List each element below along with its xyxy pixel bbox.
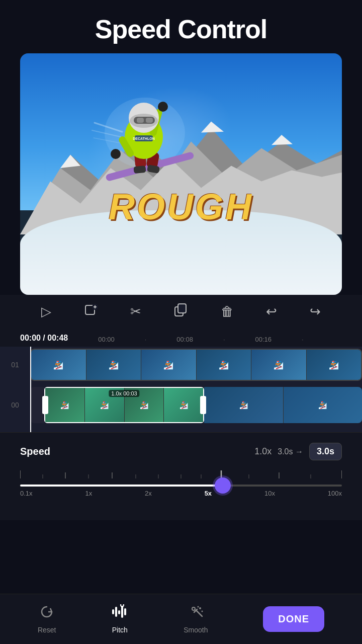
slider-label-01x: 0.1x — [20, 490, 33, 497]
nav-item-reset[interactable]: Reset — [38, 604, 56, 634]
film-frame: 🏂 — [197, 350, 252, 380]
svg-line-55 — [196, 610, 202, 616]
add-clip-button[interactable] — [84, 303, 98, 320]
rough-text: ROUGH — [109, 186, 253, 227]
speed-new: 3.0s — [309, 443, 342, 460]
svg-point-19 — [111, 149, 121, 159]
trim-handle-right[interactable] — [200, 396, 206, 414]
bottom-nav: Reset Pitch — [0, 594, 362, 644]
time-display: 00:00 / 00:48 — [10, 332, 78, 347]
film-frame-selected: 🏂 — [45, 388, 85, 422]
done-button[interactable]: DONE — [263, 606, 324, 632]
svg-rect-51 — [118, 610, 120, 614]
svg-rect-52 — [121, 606, 123, 618]
nav-item-smooth[interactable]: Smooth — [184, 604, 208, 634]
film-frame: 🏂 — [31, 350, 86, 380]
reset-icon — [39, 604, 54, 623]
svg-rect-50 — [115, 607, 117, 617]
svg-point-58 — [199, 607, 201, 609]
smooth-label: Smooth — [184, 626, 208, 634]
slider-label-2x: 2x — [145, 490, 152, 497]
ruler-dot-2: · — [302, 336, 304, 343]
svg-point-60 — [198, 606, 199, 608]
svg-point-59 — [202, 611, 203, 612]
film-frame: 🏂 — [86, 350, 142, 380]
ruler-mark-1: 00:08 — [176, 336, 193, 343]
undo-button[interactable]: ↩ — [266, 304, 277, 319]
smooth-icon — [187, 604, 204, 623]
slider-fill — [20, 485, 223, 487]
svg-rect-53 — [124, 608, 126, 615]
page-title: Speed Control — [0, 14, 362, 44]
speed-slider-track[interactable] — [20, 485, 342, 487]
svg-point-18 — [158, 102, 168, 112]
svg-text:DECATHLON: DECATHLON — [133, 137, 154, 140]
pitch-label: Pitch — [112, 626, 128, 634]
svg-point-57 — [192, 607, 195, 610]
film-frame: 🏂 — [251, 350, 307, 380]
svg-marker-6 — [272, 135, 293, 145]
film-frame-selected: 🏂 — [164, 388, 203, 422]
speed-section: Speed 1.0x 3.0s → 3.0s — [0, 432, 362, 520]
film-frame: 🏂 — [307, 350, 361, 380]
slider-label-1x: 1x — [85, 490, 92, 497]
track-content-01[interactable]: 🏂 🏂 🏂 🏂 — [30, 349, 362, 381]
film-frame: 🏂 — [284, 387, 363, 423]
speed-slider-container: 0.1x 1x 2x 5x 10x 100x — [20, 468, 342, 512]
playhead — [30, 347, 31, 432]
svg-rect-24 — [146, 118, 153, 123]
track-content-00[interactable]: 1.0x 00:03 🏂 🏂 🏂 🏂 — [30, 387, 362, 423]
track-row-00: 00 1.0x 00:03 🏂 🏂 🏂 — [0, 385, 362, 425]
delete-button[interactable]: 🗑 — [221, 304, 234, 319]
play-button[interactable]: ▷ — [41, 304, 51, 319]
slider-label-5x: 5x — [205, 490, 212, 497]
ruler-dot-0: · — [145, 336, 147, 343]
segment-label: 1.0x 00:03 — [109, 390, 139, 397]
copy-button[interactable] — [174, 303, 188, 320]
page-header: Speed Control — [0, 0, 362, 53]
speed-arrow: 3.0s → — [278, 447, 303, 456]
cut-button[interactable]: ✂ — [130, 304, 141, 319]
track-row-01: 01 🏂 🏂 🏂 — [0, 347, 362, 383]
film-frame: 🏂 — [204, 387, 284, 423]
nav-item-pitch[interactable]: Pitch — [111, 604, 128, 634]
track-label-00: 00 — [0, 401, 30, 409]
svg-point-54 — [121, 604, 124, 607]
ruler-mark-2: 00:16 — [255, 336, 272, 343]
slider-label-100x: 100x — [328, 490, 342, 497]
ruler-dot-1: · — [223, 336, 225, 343]
film-frame: 🏂 — [141, 350, 197, 380]
slider-label-10x: 10x — [264, 490, 275, 497]
pitch-icon — [111, 604, 128, 623]
reset-label: Reset — [38, 626, 56, 634]
ruler-mark-0: 00:00 — [98, 336, 115, 343]
svg-rect-33 — [178, 304, 186, 313]
trim-handle-left[interactable] — [42, 396, 48, 414]
tracks-area: 01 🏂 🏂 🏂 — [0, 347, 362, 432]
speed-values: 1.0x 3.0s → 3.0s — [254, 443, 342, 460]
svg-rect-23 — [137, 118, 144, 123]
svg-rect-49 — [112, 609, 114, 614]
track-label-01: 01 — [0, 361, 30, 369]
speed-header: Speed 1.0x 3.0s → 3.0s — [20, 443, 342, 460]
slider-thumb[interactable] — [215, 477, 231, 494]
svg-rect-11 — [133, 166, 146, 174]
tick-marks-svg — [20, 468, 342, 478]
speed-label: Speed — [20, 446, 50, 457]
speed-current: 1.0x — [254, 446, 272, 457]
slider-labels: 0.1x 1x 2x 5x 10x 100x — [20, 490, 342, 497]
redo-button[interactable]: ↪ — [310, 304, 321, 319]
timeline-section: 00:00 / 00:48 00:00 · 00:08 · 00:16 · 01… — [0, 329, 362, 432]
toolbar: ▷ ✂ 🗑 ↩ ↪ — [0, 295, 362, 329]
video-preview: DECATHLON ROUGH — [20, 53, 342, 295]
